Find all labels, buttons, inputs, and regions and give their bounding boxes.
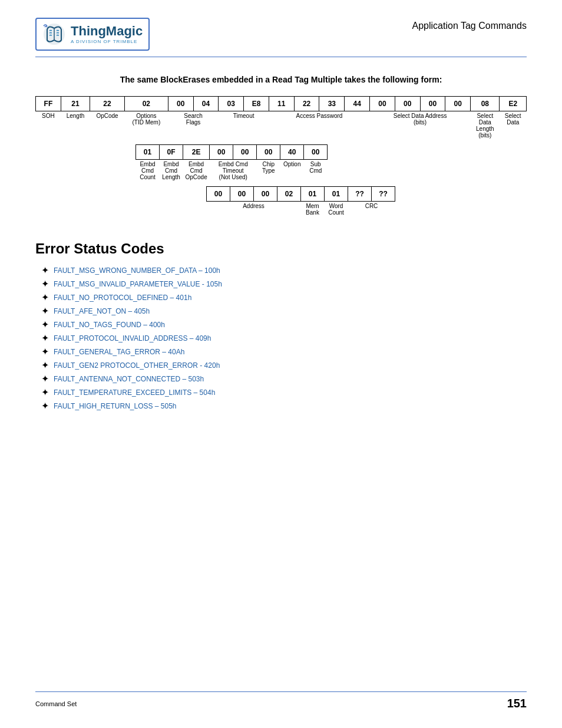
sub1-01: 01 [136,145,160,160]
sub1-40: 40 [280,145,304,160]
sub2-label-crc: CRC [348,202,395,218]
sub1-label-chip-type: ChipType [257,160,280,182]
error-link-6[interactable]: FAULT_PROTOCOL_INVALID_ADDRESS – 409h [54,334,211,342]
sub1-label-row: EmbdCmdCount EmbdCmdLength EmbdCmdOpCode… [136,160,328,182]
page: ThingMagic A DIVISION OF TRIMBLE Applica… [0,0,562,728]
cell-00a: 00 [168,97,193,111]
bullet-icon: ✦ [41,361,49,370]
sub2-label-row: Address MemBank WordCount CRC [207,202,395,218]
sub2-q1: ?? [348,187,372,202]
sub2-02: 02 [277,187,301,202]
cell-02: 02 [124,97,168,111]
error-link-1[interactable]: FAULT_MSG_WRONG_NUMBER_OF_DATA – 100h [54,266,220,275]
sub1-label-embd-count: EmbdCmdCount [136,160,160,182]
sub1-00a: 00 [210,145,233,160]
bullet-icon: ✦ [41,293,49,302]
footer-left-text: Command Set [35,700,77,707]
cell-04: 04 [193,97,219,111]
sub2-q2: ?? [372,187,395,202]
sub1-2e: 2E [183,145,210,160]
cell-22: 22 [90,97,125,111]
list-item: ✦ FAULT_AFE_NOT_ON – 405h [41,307,527,316]
sub-table2-wrapper: 00 00 00 02 01 01 ?? ?? Address MemBank … [206,186,527,217]
logo-box: ThingMagic A DIVISION OF TRIMBLE [35,18,150,51]
cell-00b: 00 [370,97,395,111]
cell-03: 03 [219,97,244,111]
error-link-9[interactable]: FAULT_ANTENNA_NOT_CONNECTED – 503h [54,375,204,383]
logo-text-area: ThingMagic A DIVISION OF TRIMBLE [71,24,143,44]
logo-icon [42,22,66,46]
footer-page-number: 151 [507,697,527,710]
error-link-11[interactable]: FAULT_HIGH_RETURN_LOSS – 505h [54,402,177,410]
main-table-section: FF 21 22 02 00 04 03 E8 11 22 33 44 00 0… [35,96,527,140]
page-title: Application Tag Commands [412,18,527,31]
list-item: ✦ FAULT_NO_TAGS_FOUND – 400h [41,321,527,330]
sub1-label-embd-timeout: Embd CmdTimeout(Not Used) [210,160,257,182]
intro-text: The same BlockErases embedded in a Read … [35,75,527,84]
error-list: ✦ FAULT_MSG_WRONG_NUMBER_OF_DATA – 100h … [35,266,527,411]
list-item: ✦ FAULT_HIGH_RETURN_LOSS – 505h [41,402,527,411]
cell-00d: 00 [420,97,445,111]
main-hex-row: FF 21 22 02 00 04 03 E8 11 22 33 44 00 0… [36,97,527,111]
label-length: Length [61,111,90,140]
bullet-icon: ✦ [41,279,49,289]
label-soh: SOH [36,111,61,140]
list-item: ✦ FAULT_PROTOCOL_INVALID_ADDRESS – 409h [41,334,527,343]
sub2-00a: 00 [207,187,230,202]
sub1-hex-row: 01 0F 2E 00 00 00 40 00 [136,145,328,160]
list-item: ✦ FAULT_NO_PROTOCOL_DEFINED – 401h [41,294,527,302]
cell-e2: E2 [500,97,527,111]
bullet-icon: ✦ [41,320,49,330]
sub-table1-wrapper: 01 0F 2E 00 00 00 40 00 EmbdCmdCount Emb… [135,144,527,182]
bullet-icon: ✦ [41,307,49,316]
sub2-label-address: Address [207,202,301,218]
main-hex-table: FF 21 22 02 00 04 03 E8 11 22 33 44 00 0… [35,96,527,140]
label-access-password: Access Password [269,111,369,140]
bullet-icon: ✦ [41,401,49,411]
label-select-data-addr: Select Data Address(bits) [370,111,471,140]
sub1-label-embd-length: EmbdCmdLength [160,160,183,182]
error-link-10[interactable]: FAULT_TEMPERATURE_EXCEED_LIMITS – 504h [54,388,215,397]
sub1-label-option: Option [280,160,304,182]
label-options: Options(TID Mem) [124,111,168,140]
page-footer: Command Set 151 [35,691,527,710]
label-opcode: OpCode [90,111,125,140]
page-header: ThingMagic A DIVISION OF TRIMBLE Applica… [35,18,527,57]
cell-21: 21 [61,97,90,111]
label-select-data: SelectData [500,111,527,140]
sub2-01b: 01 [325,187,348,202]
label-timeout: Timeout [219,111,269,140]
logo-area: ThingMagic A DIVISION OF TRIMBLE [35,18,150,51]
cell-22b: 22 [294,97,319,111]
error-title: Error Status Codes [35,241,527,257]
logo-sub-text: A DIVISION OF TRIMBLE [71,39,143,44]
cell-ff: FF [36,97,61,111]
sub2-00b: 00 [230,187,254,202]
list-item: ✦ FAULT_ANTENNA_NOT_CONNECTED – 503h [41,375,527,384]
bullet-icon: ✦ [41,374,49,384]
cell-33: 33 [319,97,345,111]
sub2-01a: 01 [301,187,325,202]
bullet-icon: ✦ [41,388,49,397]
sub1-label-sub-cmd: SubCmd [304,160,328,182]
error-link-7[interactable]: FAULT_GENERAL_TAG_ERROR – 40Ah [54,348,184,356]
error-link-5[interactable]: FAULT_NO_TAGS_FOUND – 400h [54,321,165,329]
sub2-label-word-count: WordCount [325,202,348,218]
error-link-4[interactable]: FAULT_AFE_NOT_ON – 405h [54,307,150,315]
sub-table-1: 01 0F 2E 00 00 00 40 00 EmbdCmdCount Emb… [135,144,328,182]
sub1-0f: 0F [160,145,183,160]
list-item: ✦ FAULT_GEN2 PROTOCOL_OTHER_ERROR - 420h [41,361,527,370]
sub1-00b: 00 [233,145,257,160]
cell-44: 44 [345,97,370,111]
label-select-data-length: SelectDataLength(bits) [471,111,500,140]
list-item: ✦ FAULT_GENERAL_TAG_ERROR – 40Ah [41,348,527,357]
error-link-2[interactable]: FAULT_MSG_INVALID_PARAMETER_VALUE - 105h [54,280,222,288]
sub-table-2: 00 00 00 02 01 01 ?? ?? Address MemBank … [206,186,395,217]
error-link-3[interactable]: FAULT_NO_PROTOCOL_DEFINED – 401h [54,294,191,302]
cell-11: 11 [269,97,294,111]
error-link-8[interactable]: FAULT_GEN2 PROTOCOL_OTHER_ERROR - 420h [54,361,220,370]
error-section: Error Status Codes ✦ FAULT_MSG_WRONG_NUM… [35,241,527,411]
sub2-00c: 00 [254,187,277,202]
bullet-icon: ✦ [41,334,49,343]
sub1-00c: 00 [257,145,280,160]
